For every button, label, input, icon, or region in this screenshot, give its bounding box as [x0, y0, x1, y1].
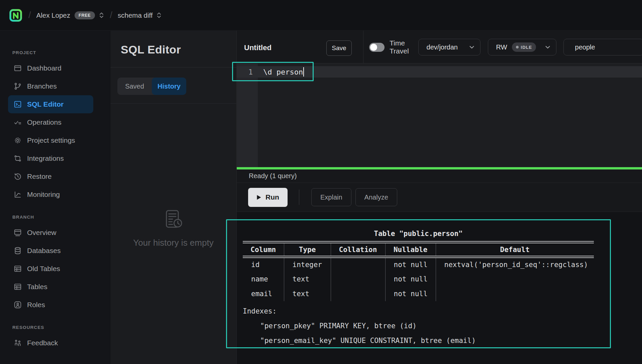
sidebar-item-label: Operations [27, 118, 62, 126]
breadcrumb-slash: / [28, 10, 31, 20]
sidebar-item-integrations[interactable]: Integrations [0, 149, 110, 167]
result-table-title: Table "public.person" [243, 226, 594, 241]
feedback-people-icon [13, 339, 22, 347]
sidebar-item-label: Feedback [27, 339, 58, 347]
sidebar-item-branches[interactable]: Branches [0, 77, 110, 95]
history-empty-text: Your history is empty [133, 238, 213, 248]
compute-select-value: RW [496, 43, 507, 51]
time-travel-toggle[interactable] [369, 43, 385, 52]
org-switcher-button[interactable] [99, 12, 104, 19]
results-pane: Table "public.person" Column Type Collat… [237, 212, 642, 364]
index-line: "person_pkey" PRIMARY KEY, btree (id) [243, 319, 594, 333]
index-line: "person_email_key" UNIQUE CONSTRAINT, bt… [243, 333, 594, 348]
sidebar-item-operations[interactable]: Operations [0, 113, 110, 131]
sidebar-project-list: Dashboard Branches SQL Editor Operations… [0, 59, 110, 204]
sidebar-item-label: Roles [27, 301, 45, 309]
result-table: Column Type Collation Nullable Default i… [243, 241, 594, 301]
run-button[interactable]: Run [248, 188, 288, 207]
sidebar-item-label: Databases [27, 247, 61, 255]
header-divider [363, 31, 363, 64]
sidebar-item-overview[interactable]: Overview [0, 224, 110, 242]
sidebar-section-project: PROJECT [12, 50, 110, 55]
sidebar-item-project-settings[interactable]: Project settings [0, 131, 110, 149]
overview-icon [13, 228, 22, 237]
branches-icon [13, 82, 22, 91]
chevron-up-down-icon [156, 12, 162, 19]
sidebar-item-label: Old Tables [27, 265, 60, 273]
sidebar-section-resources: RESOURCES [12, 325, 110, 330]
toggle-knob [370, 44, 377, 51]
editor-pane: Untitled Save Time Travel dev/jordan RW … [237, 31, 642, 364]
explain-button[interactable]: Explain [311, 188, 351, 206]
sql-code-editor[interactable]: 1 \d person [237, 64, 642, 167]
save-button[interactable]: Save [326, 40, 352, 56]
query-tab-title[interactable]: Untitled [244, 43, 272, 52]
restore-clock-icon [13, 172, 22, 181]
sidebar-branch-list: Overview Databases Old Tables Tables Rol… [0, 224, 110, 314]
compute-select[interactable]: RW IDLE [488, 39, 556, 55]
analyze-button[interactable]: Analyze [355, 188, 397, 206]
sidebar-item-label: Project settings [27, 136, 75, 144]
editor-toolbar: Time Travel dev/jordan RW IDLE [369, 31, 642, 64]
chevron-down-icon [545, 46, 550, 49]
actions-bar: Run Explain Analyze [237, 183, 642, 212]
roles-user-icon [13, 300, 22, 309]
status-bar: Ready (1 query) [237, 169, 642, 183]
neon-logo-icon[interactable] [9, 9, 22, 22]
sidebar-item-sql-editor[interactable]: SQL Editor [8, 95, 93, 113]
breadcrumb-slash: / [110, 10, 113, 20]
sidebar-item-restore[interactable]: Restore [0, 167, 110, 186]
sidebar-item-label: Overview [27, 229, 57, 237]
breadcrumb-project[interactable]: schema diff [118, 11, 152, 19]
branch-select[interactable]: dev/jordan [418, 39, 480, 55]
history-list: Your history is empty [110, 104, 236, 364]
editor-gutter [237, 64, 258, 167]
sidebar-item-monitoring[interactable]: Monitoring [0, 186, 110, 204]
top-bar: / Alex Lopez FREE / schema diff [0, 0, 642, 31]
indexes-section: Indexes: "person_pkey" PRIMARY KEY, btre… [243, 304, 594, 348]
app-body: PROJECT Dashboard Branches SQL Editor Op… [0, 31, 642, 364]
branch-select-value: dev/jordan [427, 43, 458, 51]
column-header: Collation [331, 242, 385, 257]
settings-gear-icon [13, 136, 22, 145]
integrations-icon [13, 154, 22, 163]
sidebar-item-label: Branches [27, 82, 57, 90]
sidebar-item-label: SQL Editor [27, 100, 64, 108]
sidebar-item-dashboard[interactable]: Dashboard [0, 59, 110, 77]
buttons-separator [299, 190, 299, 205]
sidebar-item-label: Tables [27, 283, 47, 291]
editor-header: Untitled Save Time Travel dev/jordan RW … [237, 31, 642, 64]
indexes-label: Indexes: [243, 304, 594, 319]
tab-saved[interactable]: Saved [117, 78, 152, 95]
monitoring-chart-icon [13, 190, 22, 199]
sidebar-item-roles[interactable]: Roles [0, 296, 110, 314]
play-icon [256, 195, 261, 200]
breadcrumb-org[interactable]: Alex Lopez [36, 11, 70, 19]
sidebar-item-feedback[interactable]: Feedback [0, 334, 110, 352]
tab-history[interactable]: History [152, 78, 186, 95]
panel-header: SQL Editor [110, 31, 236, 68]
sidebar: PROJECT Dashboard Branches SQL Editor Op… [0, 31, 110, 364]
result-header-row: Column Type Collation Nullable Default [243, 242, 594, 257]
sidebar-item-tables[interactable]: Tables [0, 278, 110, 296]
sidebar-item-old-tables[interactable]: Old Tables [0, 260, 110, 278]
database-select[interactable]: people [563, 39, 642, 55]
time-travel-label: Time Travel [390, 39, 409, 55]
page-title: SQL Editor [121, 43, 236, 56]
sql-editor-panel: SQL Editor Saved History Your history is… [110, 31, 237, 364]
saved-history-tabs: Saved History [117, 78, 186, 95]
table-icon [13, 282, 22, 291]
database-icon [13, 246, 22, 255]
chevron-up-down-icon [99, 12, 104, 19]
database-select-value: people [575, 43, 595, 51]
sidebar-item-databases[interactable]: Databases [0, 242, 110, 260]
queries-tabs-row: Saved History [110, 68, 236, 104]
text-cursor [303, 67, 304, 77]
sidebar-section-branch: BRANCH [12, 215, 110, 220]
dashboard-icon [13, 64, 22, 73]
sidebar-resources-list: Feedback [0, 334, 110, 352]
column-header: Nullable [385, 242, 436, 257]
history-empty-icon [162, 208, 185, 231]
project-switcher-button[interactable] [156, 12, 162, 19]
column-header: Type [284, 242, 331, 257]
